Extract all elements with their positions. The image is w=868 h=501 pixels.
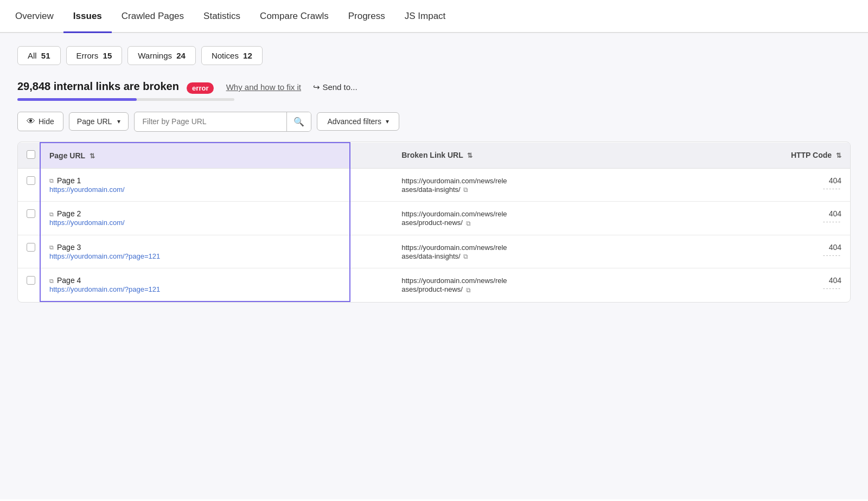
- broken-link-url: https://yourdomain.com/news/releases/dat…: [401, 243, 507, 260]
- search-button[interactable]: 🔍: [286, 112, 311, 131]
- row-checkbox-cell: [18, 202, 40, 235]
- table-row: ⧉Page 3 https://yourdomain.com/?page=121…: [18, 235, 850, 268]
- nav-overview[interactable]: Overview: [13, 0, 63, 33]
- nav-compare-crawls[interactable]: Compare Crawls: [250, 0, 339, 33]
- external-link-icon: ⧉: [49, 177, 54, 184]
- broken-link-url: https://yourdomain.com/news/releases/dat…: [401, 177, 507, 194]
- nav-statistics[interactable]: Statistics: [194, 0, 250, 33]
- search-input[interactable]: [135, 113, 286, 130]
- page-url-cell: ⧉Page 3 https://yourdomain.com/?page=121: [40, 235, 350, 268]
- page-name: ⧉Page 3: [49, 243, 341, 252]
- spacer-cell: [350, 202, 393, 235]
- main-content: All 51 Errors 15 Warnings 24 Notices 12 …: [0, 33, 868, 499]
- external-link-icon: ⧉: [463, 186, 468, 194]
- filter-tabs: All 51 Errors 15 Warnings 24 Notices 12: [17, 46, 851, 65]
- row-checkbox[interactable]: [27, 209, 35, 218]
- http-code-cell: 404 ------: [687, 235, 850, 268]
- tab-warnings[interactable]: Warnings 24: [127, 46, 196, 65]
- http-code-value: 404: [829, 276, 841, 285]
- page-url-cell: ⧉Page 2 https://yourdomain.com/: [40, 202, 350, 235]
- tab-all[interactable]: All 51: [17, 46, 61, 65]
- nav-js-impact[interactable]: JS Impact: [395, 0, 456, 33]
- broken-link-cell: https://yourdomain.com/news/releases/dat…: [393, 235, 687, 268]
- row-checkbox[interactable]: [27, 243, 35, 252]
- http-code-dashes: ------: [696, 218, 841, 224]
- send-to-button[interactable]: Send to...: [313, 82, 357, 92]
- http-code-dashes: ------: [696, 252, 841, 258]
- row-checkbox[interactable]: [27, 176, 35, 185]
- page-name: ⧉Page 1: [49, 176, 341, 185]
- issue-heading: 29,848 internal links are broken error W…: [17, 80, 851, 94]
- external-link-icon: ⧉: [49, 244, 54, 251]
- external-link-icon: ⧉: [49, 278, 54, 285]
- page-url-link[interactable]: https://yourdomain.com/: [49, 185, 125, 194]
- http-code-cell: 404 ------: [687, 202, 850, 235]
- sort-icon-broken: ⇅: [467, 152, 473, 159]
- sort-icon: ⇅: [90, 152, 95, 160]
- top-navigation: Overview Issues Crawled Pages Statistics…: [0, 0, 868, 33]
- nav-progress[interactable]: Progress: [339, 0, 395, 33]
- chevron-down-icon: ▾: [117, 118, 120, 125]
- broken-link-url: https://yourdomain.com/news/releases/pro…: [401, 210, 507, 227]
- error-badge: error: [187, 82, 214, 94]
- table-row: ⧉Page 2 https://yourdomain.com/ https://…: [18, 202, 850, 235]
- row-checkbox-cell: [18, 268, 40, 302]
- page-name: ⧉Page 2: [49, 209, 341, 218]
- broken-link-cell: https://yourdomain.com/news/releases/pro…: [393, 268, 687, 302]
- col-page-url[interactable]: Page URL ⇅: [40, 143, 350, 169]
- tab-errors[interactable]: Errors 15: [66, 46, 123, 65]
- broken-link-cell: https://yourdomain.com/news/releases/dat…: [393, 168, 687, 202]
- col-spacer: [350, 143, 393, 169]
- issues-table: Page URL ⇅ Broken Link URL ⇅ HTTP Code ⇅: [17, 142, 851, 303]
- broken-link-url: https://yourdomain.com/news/releases/pro…: [401, 277, 507, 293]
- external-link-icon: ⧉: [463, 253, 468, 260]
- issue-title: 29,848 internal links are broken: [17, 80, 179, 92]
- page-url-cell: ⧉Page 1 https://yourdomain.com/: [40, 168, 350, 202]
- table-row: ⧉Page 4 https://yourdomain.com/?page=121…: [18, 268, 850, 302]
- page-name: ⧉Page 4: [49, 276, 341, 285]
- tab-notices[interactable]: Notices 12: [201, 46, 263, 65]
- spacer-cell: [350, 235, 393, 268]
- http-code-dashes: ------: [696, 185, 841, 191]
- sort-icon-http: ⇅: [836, 152, 841, 159]
- external-link-icon: ⧉: [466, 220, 471, 227]
- spacer-cell: [350, 168, 393, 202]
- progress-bar-container: [17, 98, 234, 101]
- nav-issues[interactable]: Issues: [63, 0, 112, 33]
- http-code-value: 404: [829, 176, 841, 185]
- select-all-checkbox[interactable]: [27, 150, 35, 159]
- col-broken-link-url[interactable]: Broken Link URL ⇅: [393, 143, 687, 169]
- spacer-cell: [350, 268, 393, 302]
- page-url-cell: ⧉Page 4 https://yourdomain.com/?page=121: [40, 268, 350, 302]
- page-url-link[interactable]: https://yourdomain.com/?page=121: [49, 252, 160, 260]
- http-code-cell: 404 ------: [687, 168, 850, 202]
- page-url-link[interactable]: https://yourdomain.com/: [49, 219, 125, 227]
- search-wrapper: 🔍: [134, 112, 311, 132]
- chevron-down-icon: ▾: [386, 118, 389, 125]
- external-link-icon: ⧉: [49, 211, 54, 218]
- page-url-link[interactable]: https://yourdomain.com/?page=121: [49, 285, 160, 293]
- broken-link-cell: https://yourdomain.com/news/releases/pro…: [393, 202, 687, 235]
- row-checkbox[interactable]: [27, 276, 35, 285]
- progress-bar-fill: [17, 98, 137, 101]
- http-code-dashes: ------: [696, 285, 841, 291]
- hide-button[interactable]: 👁 Hide: [17, 112, 63, 131]
- row-checkbox-cell: [18, 168, 40, 202]
- page-url-dropdown[interactable]: Page URL ▾: [69, 112, 129, 131]
- external-link-icon: ⧉: [466, 286, 471, 294]
- http-code-value: 404: [829, 243, 841, 252]
- http-code-value: 404: [829, 209, 841, 218]
- table-row: ⧉Page 1 https://yourdomain.com/ https://…: [18, 168, 850, 202]
- search-icon: 🔍: [293, 117, 304, 126]
- filter-row: 👁 Hide Page URL ▾ 🔍 Advanced filters ▾: [17, 112, 851, 132]
- col-http-code[interactable]: HTTP Code ⇅: [687, 143, 850, 169]
- fix-link[interactable]: Why and how to fix it: [226, 82, 301, 92]
- advanced-filters-button[interactable]: Advanced filters ▾: [317, 112, 399, 131]
- http-code-cell: 404 ------: [687, 268, 850, 302]
- row-checkbox-cell: [18, 235, 40, 268]
- eye-icon: 👁: [27, 117, 35, 126]
- nav-crawled-pages[interactable]: Crawled Pages: [112, 0, 194, 33]
- select-all-header: [18, 143, 40, 169]
